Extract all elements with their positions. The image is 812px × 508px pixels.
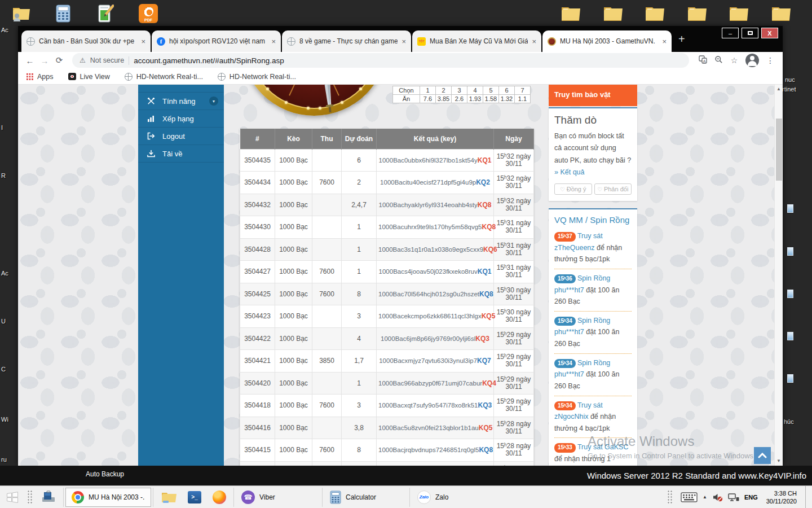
touch-keyboard-icon[interactable]: [681, 492, 698, 502]
desktop-icon-calculator[interactable]: [52, 3, 74, 24]
cell-du-doan: 4: [342, 327, 377, 350]
taskbar-powershell-button[interactable]: >_: [182, 488, 207, 507]
security-label[interactable]: Not secure: [90, 56, 124, 64]
scrollbar-down-arrow[interactable]: ▼: [775, 457, 783, 466]
translate-icon[interactable]: A: [695, 55, 710, 65]
zoom-icon[interactable]: [710, 55, 726, 65]
tray-expand-arrow[interactable]: ▲: [703, 494, 707, 500]
treasure-hunt-banner[interactable]: Truy tìm bảo vật: [549, 85, 637, 106]
tab-close-icon[interactable]: ×: [532, 37, 536, 46]
desktop-icon-notepad[interactable]: [94, 3, 117, 24]
desktop-folder-icon[interactable]: [727, 3, 750, 24]
show-desktop-button[interactable]: [805, 486, 810, 508]
taskbar-grip[interactable]: [27, 490, 33, 505]
browser-tab[interactable]: fhội xìpo/sport RGV120 việt nam×: [152, 30, 281, 52]
desktop-mini-icon[interactable]: [787, 332, 793, 340]
tab-close-icon[interactable]: ×: [141, 37, 145, 46]
taskbar-zalo-button[interactable]: Zalo Zalo: [412, 488, 508, 507]
sidebar-item-ranking[interactable]: Xếp hạng: [138, 110, 224, 128]
tab-close-icon[interactable]: ×: [662, 37, 667, 46]
server-manager-button[interactable]: [36, 488, 61, 507]
page-scrollbar[interactable]: ▲ ▼: [774, 85, 783, 466]
desktop-mini-icon[interactable]: [787, 374, 793, 383]
time-badge: 15ʰ34: [554, 317, 576, 326]
address-bar[interactable]: ⚠ Not secure account.gamethuvn.net/#auth…: [72, 53, 689, 68]
sidebar-item-features[interactable]: Tính năng▼: [138, 93, 224, 110]
start-button[interactable]: [0, 486, 25, 508]
cell-id: 3504415: [240, 439, 275, 462]
auto-backup-label[interactable]: Auto Backup: [86, 470, 124, 478]
volume-muted-icon[interactable]: [712, 493, 723, 502]
sidebar-item-logout[interactable]: Logout: [138, 128, 224, 145]
desktop-mini-icon[interactable]: [787, 247, 793, 256]
back-button[interactable]: ←: [23, 56, 37, 65]
desktop-mini-icon[interactable]: [787, 204, 793, 213]
desktop-folder-icon[interactable]: [559, 3, 582, 24]
close-button[interactable]: X: [761, 28, 778, 38]
taskbar-calculator-button[interactable]: Calculator: [324, 488, 408, 507]
minimize-button[interactable]: –: [722, 28, 739, 38]
browser-tab[interactable]: Cần bán - Bán Suol 30k dư +pe×: [21, 30, 151, 52]
cell-keo: 1000 Bạc: [275, 395, 312, 417]
cell-keo: 1000 Bạc: [275, 172, 312, 194]
bookmark-item[interactable]: HD-Network Real-ti...: [218, 73, 296, 81]
url-text[interactable]: account.gamethuvn.net/#auth/SpinRong.asp: [134, 56, 284, 65]
taskbar-chrome-window[interactable]: MU Hà Nội 2003 -...: [65, 488, 151, 507]
tab-close-icon[interactable]: ×: [271, 37, 276, 46]
desktop-folder-icon[interactable]: [602, 3, 624, 24]
tray-grip[interactable]: [667, 490, 673, 505]
browser-tab[interactable]: 8 về game - Thực sự chán game×: [282, 30, 411, 52]
desktop-mini-icon[interactable]: [787, 290, 793, 298]
cell-id: 3504413: [240, 461, 275, 466]
scrollbar-up-arrow[interactable]: ▲: [775, 85, 783, 94]
tab-close-icon[interactable]: ×: [401, 37, 406, 46]
taskbar-firefox-button[interactable]: [207, 488, 232, 507]
viber-label: Viber: [259, 493, 275, 501]
browser-tab[interactable]: TỐTMua Bán Xe Máy Cũ Và Mới Giá×: [412, 30, 541, 52]
date-day: 30/11: [496, 294, 532, 301]
player-link[interactable]: Truy sát GaKSC: [577, 443, 629, 451]
forward-button[interactable]: →: [37, 56, 52, 65]
scroll-to-top-button[interactable]: [754, 447, 771, 464]
desktop-folder-icon[interactable]: [686, 3, 708, 24]
agree-button[interactable]: ♡ Đồng ý: [554, 183, 592, 195]
taskbar-viber-button[interactable]: ☎ Viber: [236, 488, 320, 507]
language-indicator[interactable]: ENG: [744, 494, 758, 501]
chevron-down-icon[interactable]: ▼: [209, 97, 218, 106]
maximize-button[interactable]: [742, 28, 758, 38]
desktop-icon-foxit-pdf[interactable]: PDF: [137, 3, 160, 24]
cell-du-doan: 2,4,7: [342, 194, 377, 216]
desktop-icon-user-folder[interactable]: [10, 3, 33, 24]
network-icon[interactable]: [728, 493, 739, 502]
cell-id: 3504421: [240, 350, 275, 373]
clock-date: 30/11/2020: [766, 497, 797, 505]
taskbar-explorer-button[interactable]: [155, 488, 182, 507]
desktop-folder-icon[interactable]: [643, 3, 666, 24]
odds-cell: 2: [436, 86, 452, 95]
cell-du-doan: 1,7: [342, 350, 377, 373]
disagree-button[interactable]: ♡ Phản đối: [594, 183, 632, 195]
windows-logo-icon: [6, 491, 19, 504]
new-tab-button[interactable]: +: [678, 30, 685, 47]
calculator-label: Calculator: [346, 493, 376, 501]
browser-tab[interactable]: MU Hà Nội 2003 - GamethuVN.×: [542, 30, 672, 52]
desktop-folder-icon[interactable]: [770, 3, 792, 24]
time-badge: 15ʰ33: [554, 443, 576, 453]
sidebar-item-download[interactable]: Tải về: [138, 145, 224, 163]
spin-wheel[interactable]: [241, 85, 387, 116]
date-day: 30/11: [496, 383, 532, 391]
bookmark-item[interactable]: Apps: [26, 73, 54, 81]
profile-avatar[interactable]: [745, 54, 759, 67]
cell-date: 15ʰ32 ngày30/11: [494, 172, 534, 194]
taskbar-clock[interactable]: 3:38 CH 30/11/2020: [766, 489, 797, 505]
bookmark-star-icon[interactable]: ☆: [726, 56, 742, 65]
chrome-menu-icon[interactable]: ⋮: [762, 56, 778, 65]
cell-key: 1000Bac6jm8p66jy9769r00ylji6slKQ3: [377, 327, 494, 350]
poll-result-link[interactable]: » Kết quả: [554, 168, 585, 176]
key-text: 1000Bac0ubbx6hi9l327lbo1skt54y: [379, 157, 478, 164]
taskbar-separator: [63, 488, 64, 507]
scrollbar-thumb[interactable]: [776, 119, 782, 181]
bookmark-item[interactable]: Live View: [68, 73, 110, 81]
reload-button[interactable]: ⟳: [52, 55, 67, 65]
bookmark-item[interactable]: HD-Network Real-ti...: [125, 73, 203, 81]
